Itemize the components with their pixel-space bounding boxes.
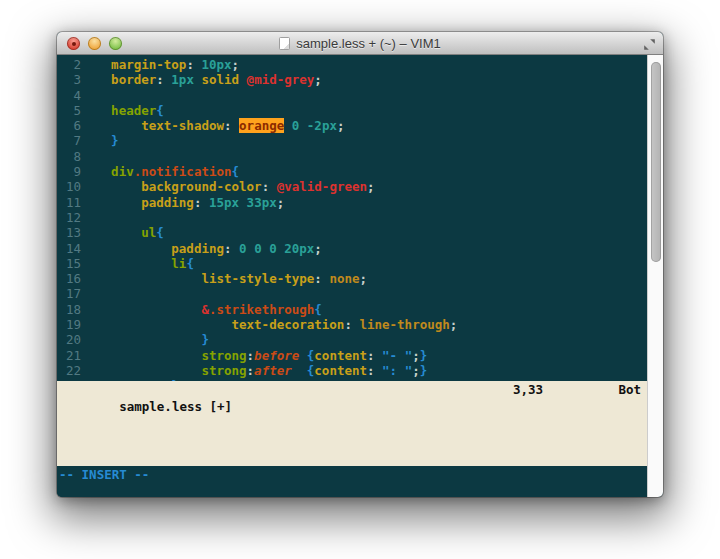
line-number: 9 (59, 164, 81, 179)
scrollbar-thumb[interactable] (651, 62, 661, 262)
code-token: : (367, 348, 382, 363)
code-token: border (111, 72, 156, 87)
code-token: ; (412, 348, 420, 363)
code-token: ": " (382, 363, 412, 378)
status-filename: sample.less [+] (119, 399, 232, 414)
code-token (81, 133, 111, 148)
code-token: background-color (141, 179, 261, 194)
close-button[interactable] (67, 37, 80, 50)
code-token: margin-top (111, 57, 186, 72)
code-token: li (171, 256, 186, 271)
code-token: ; (277, 195, 285, 210)
scrollbar-track[interactable] (647, 55, 663, 497)
code-token: : (344, 317, 359, 332)
code-token: 0 (239, 241, 247, 256)
status-ruler: 3,33 (513, 381, 543, 398)
vim-window: sample.less + (~) – VIM1 2 margin-top: 1… (57, 32, 663, 497)
code-token (247, 241, 255, 256)
line-number: 15 (59, 256, 81, 271)
line-number: 20 (59, 332, 81, 347)
code-line: 22 strong:after {content: ": ";} (59, 363, 647, 378)
code-area[interactable]: 2 margin-top: 10px;3 border: 1px solid @… (57, 55, 647, 381)
code-token: ; (450, 317, 458, 332)
code-line: 14 padding: 0 0 0 20px; (59, 241, 647, 256)
code-token: { (314, 302, 322, 317)
code-token: ; (412, 363, 420, 378)
expand-arrows-icon (643, 38, 656, 51)
code-line: 5 header{ (59, 103, 647, 118)
modified-dot-icon (72, 42, 76, 46)
code-token (292, 363, 307, 378)
code-token: content (314, 348, 367, 363)
code-line: 16 list-style-type: none; (59, 271, 647, 286)
code-line: 2 margin-top: 10px; (59, 57, 647, 72)
document-proxy-icon (279, 37, 290, 50)
code-token: ul (141, 225, 156, 240)
code-token: 0 (254, 241, 262, 256)
status-scroll-position: Bot (618, 381, 641, 398)
code-token (81, 179, 141, 194)
code-token: 1px (171, 72, 194, 87)
code-token: 0 (269, 241, 277, 256)
code-line: 8 (59, 149, 647, 164)
line-number: 2 (59, 57, 81, 72)
code-token: { (186, 256, 194, 271)
code-line: 6 text-shadow: orange 0 -2px; (59, 118, 647, 133)
code-line: 9 div.notification{ (59, 164, 647, 179)
code-token: ; (314, 241, 322, 256)
code-token: : (262, 179, 277, 194)
code-token: 20px (284, 241, 314, 256)
line-number: 18 (59, 302, 81, 317)
fullscreen-button[interactable] (643, 37, 656, 50)
line-number: 4 (59, 88, 81, 103)
code-token (239, 72, 247, 87)
code-token: : (224, 241, 239, 256)
code-token (81, 302, 201, 317)
code-token: .notification (134, 164, 232, 179)
line-number: 22 (59, 363, 81, 378)
code-token: text-shadow (141, 118, 224, 133)
code-token: { (232, 164, 240, 179)
code-token: : (247, 348, 255, 363)
code-token: "- " (382, 348, 412, 363)
code-token: orange (239, 118, 284, 133)
code-line: 7 } (59, 133, 647, 148)
code-token (299, 348, 307, 363)
main-row: 2 margin-top: 10px;3 border: 1px solid @… (57, 55, 663, 497)
code-token: : (314, 271, 329, 286)
code-token (81, 348, 201, 363)
code-token (81, 118, 141, 133)
code-token: } (111, 133, 119, 148)
line-number: 8 (59, 149, 81, 164)
code-token: list-style-type (201, 271, 314, 286)
status-bar: sample.less [+] 3,33 Bot (57, 381, 647, 466)
title-bar[interactable]: sample.less + (~) – VIM1 (57, 32, 663, 55)
code-token: { (156, 225, 164, 240)
code-line: 10 background-color: @valid-green; (59, 179, 647, 194)
window-title: sample.less + (~) – VIM1 (296, 36, 441, 51)
minimize-button[interactable] (88, 37, 101, 50)
code-token: ; (314, 72, 322, 87)
line-number: 13 (59, 225, 81, 240)
code-token (299, 118, 307, 133)
code-line: 13 ul{ (59, 225, 647, 240)
code-token: -2px (307, 118, 337, 133)
code-token: padding (141, 195, 194, 210)
code-token (81, 317, 232, 332)
line-number: 10 (59, 179, 81, 194)
code-token: ; (232, 57, 240, 72)
code-token: line-through (359, 317, 449, 332)
traffic-lights (67, 37, 122, 50)
code-token (81, 72, 111, 87)
line-number: 16 (59, 271, 81, 286)
code-line: 21 strong:before {content: "- ";} (59, 348, 647, 363)
code-token: padding (171, 241, 224, 256)
command-line: -- INSERT -- (57, 466, 647, 497)
code-token: ; (367, 179, 375, 194)
code-token: @mid-grey (247, 72, 315, 87)
code-token (81, 103, 111, 118)
code-token: ; (359, 271, 367, 286)
zoom-button[interactable] (109, 37, 122, 50)
code-line: 17 (59, 286, 647, 301)
code-token: before (254, 348, 299, 363)
